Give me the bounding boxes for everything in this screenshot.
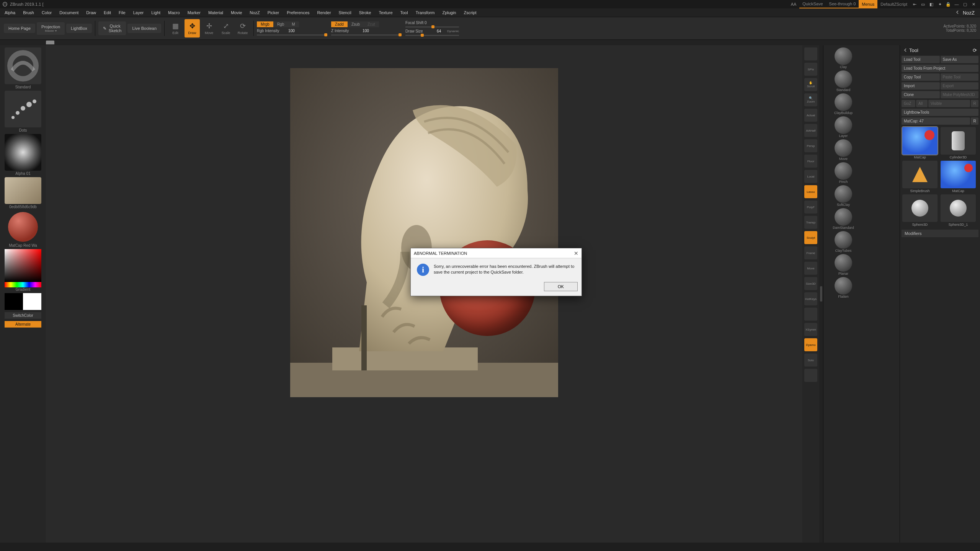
aa-toggle[interactable]: AA <box>788 0 800 8</box>
rail-blank2[interactable] <box>804 308 817 321</box>
menu-color[interactable]: Color <box>38 8 56 17</box>
matcap-slider[interactable]: MatCap: 47 <box>902 117 970 125</box>
projection-master-button[interactable]: ProjectionMaster ▾ <box>37 22 65 35</box>
clone-button[interactable]: Clone <box>902 91 940 98</box>
scale-mode-button[interactable]: ⤢Scale <box>218 19 234 37</box>
tool-matcap-2[interactable]: MatCap <box>940 161 977 193</box>
menu-light[interactable]: Light <box>147 8 164 17</box>
load-from-project-button[interactable]: Load Tools From Project <box>902 65 978 72</box>
rgb-intensity-slider[interactable]: Rgb Intensity100 <box>257 29 326 33</box>
rail-transp[interactable]: Transp <box>804 216 817 229</box>
titlebar-icon-1[interactable]: ⇤ <box>910 2 919 7</box>
rail-dynamo[interactable]: Dyamo <box>804 338 817 351</box>
menu-layer[interactable]: Layer <box>129 8 148 17</box>
brush-softclay[interactable]: SoftClay <box>825 185 862 207</box>
m-toggle[interactable]: M <box>288 21 299 27</box>
make-polymesh-button[interactable]: Make PolyMesh3D <box>941 91 979 98</box>
brush-clay[interactable]: Clay <box>825 47 862 69</box>
rail-persp[interactable]: Persp <box>804 139 817 152</box>
menu-zplugin[interactable]: Zplugin <box>438 8 460 17</box>
menu-zscript[interactable]: Zscript <box>460 8 480 17</box>
menu-stencil[interactable]: Stencil <box>335 8 355 17</box>
swatch-pair[interactable] <box>5 293 41 310</box>
save-as-button[interactable]: Save As <box>941 56 979 63</box>
edit-mode-button[interactable]: ▦Edit <box>168 19 183 37</box>
load-tool-button[interactable]: Load Tool <box>902 56 940 63</box>
modifiers-section[interactable]: Modifiers <box>902 230 978 237</box>
tool-panel-header[interactable]: Tool ⟳ <box>900 45 980 55</box>
rail-blank[interactable] <box>804 47 817 60</box>
stroke-picker[interactable]: Dots <box>5 91 41 132</box>
menu-nozz[interactable]: NozZ <box>246 8 263 17</box>
rail-floor[interactable]: Floor <box>804 155 817 168</box>
rail-size3d[interactable]: Size3D <box>804 277 817 290</box>
seethrough-slider[interactable]: See-through 0 <box>826 0 859 8</box>
color-picker[interactable]: Gradient <box>5 249 41 292</box>
menus-toggle[interactable]: Menus <box>859 0 877 8</box>
brush-layer[interactable]: Layer <box>825 116 862 138</box>
rail-lasso[interactable]: Lasso <box>804 185 817 198</box>
menu-marker[interactable]: Marker <box>184 8 204 17</box>
brush-claytubes[interactable]: ClayTubes <box>825 231 862 253</box>
document-view[interactable] <box>290 68 558 397</box>
draw-size-slider[interactable]: Draw Size64Dynamic <box>405 29 459 33</box>
goz-r-button[interactable]: R <box>971 100 978 107</box>
rail-move[interactable]: Move <box>804 262 817 275</box>
titlebar-icon-4[interactable]: ✦ <box>936 2 944 7</box>
brush-pinch[interactable]: Pinch <box>825 162 862 184</box>
menu-tool[interactable]: Tool <box>397 8 412 17</box>
quicksave-button[interactable]: QuickSave <box>799 0 826 8</box>
rail-aahalf[interactable]: AAHalf <box>804 124 817 137</box>
brush-damstandard[interactable]: DamStandard <box>825 208 862 230</box>
panel-resize-handle[interactable] <box>819 45 823 543</box>
maximize-icon[interactable]: ▢ <box>961 2 969 7</box>
z-intensity-slider[interactable]: Z Intensity100 <box>331 29 400 33</box>
brush-standard[interactable]: Standard <box>825 70 862 92</box>
rail-actual[interactable]: Actual <box>804 109 817 122</box>
quicksketch-button[interactable]: ✎QuickSketch <box>98 21 126 35</box>
menu-material[interactable]: Material <box>204 8 227 17</box>
menu-movie[interactable]: Movie <box>227 8 246 17</box>
menu-transform[interactable]: Transform <box>412 8 439 17</box>
rail-frame[interactable]: Frame <box>804 246 817 259</box>
rail-solo[interactable]: Solo <box>804 354 817 367</box>
menu-stroke[interactable]: Stroke <box>355 8 375 17</box>
rail-polyf[interactable]: PolyF <box>804 201 817 214</box>
menu-macro[interactable]: Macro <box>164 8 184 17</box>
minimize-icon[interactable]: — <box>952 2 961 7</box>
menu-file[interactable]: File <box>115 8 129 17</box>
alternate-button[interactable]: Alternate <box>5 321 41 328</box>
rail-spix[interactable]: SPix <box>804 63 817 76</box>
lightbox-button[interactable]: LightBox <box>66 24 92 33</box>
mrgb-toggle[interactable]: Mrgb <box>257 21 273 27</box>
material-picker[interactable]: MatCap Red Wa <box>5 210 41 248</box>
titlebar-icon-3[interactable]: ◧ <box>927 2 936 7</box>
rail-xsymm[interactable]: XSymm <box>804 323 817 336</box>
lightbox-tools-button[interactable]: Lightbox▸Tools <box>902 109 978 116</box>
brush-planar[interactable]: Planar <box>825 254 862 276</box>
rail-zoom[interactable]: 🔍Zoom <box>804 93 817 106</box>
close-icon[interactable]: ✕ <box>969 2 978 7</box>
brush-move[interactable]: Move <box>825 139 862 161</box>
brush-flatten[interactable]: Flatten <box>825 277 862 298</box>
paste-tool-button[interactable]: Paste Tool <box>941 73 979 81</box>
zsub-toggle[interactable]: Zsub <box>348 21 364 27</box>
zcut-toggle[interactable]: Zcut <box>364 21 379 27</box>
brush-picker[interactable]: Standard <box>5 47 41 89</box>
default-zscript[interactable]: DefaultZScript <box>877 0 910 8</box>
tool-matcap[interactable]: MatCap <box>902 127 938 159</box>
titlebar-icon-2[interactable]: ▭ <box>919 2 927 7</box>
rail-sculpt[interactable]: Sculpt <box>804 231 817 244</box>
goz-all-button[interactable]: All <box>916 100 928 107</box>
menu-edit[interactable]: Edit <box>100 8 115 17</box>
rail-hotkeys[interactable]: HotKeys <box>804 292 817 305</box>
brush-claybuildup[interactable]: ClayBuildup <box>825 93 862 115</box>
menu-document[interactable]: Document <box>56 8 82 17</box>
focal-shift-slider[interactable]: Focal Shift 0 <box>405 21 459 25</box>
goz-button[interactable]: GoZ <box>902 100 915 107</box>
matcap-r-button[interactable]: R <box>971 117 978 125</box>
menu-texture[interactable]: Texture <box>375 8 396 17</box>
menu-alpha[interactable]: Alpha <box>1 8 19 17</box>
menu-render[interactable]: Render <box>314 8 335 17</box>
rail-local[interactable]: Local <box>804 170 817 183</box>
